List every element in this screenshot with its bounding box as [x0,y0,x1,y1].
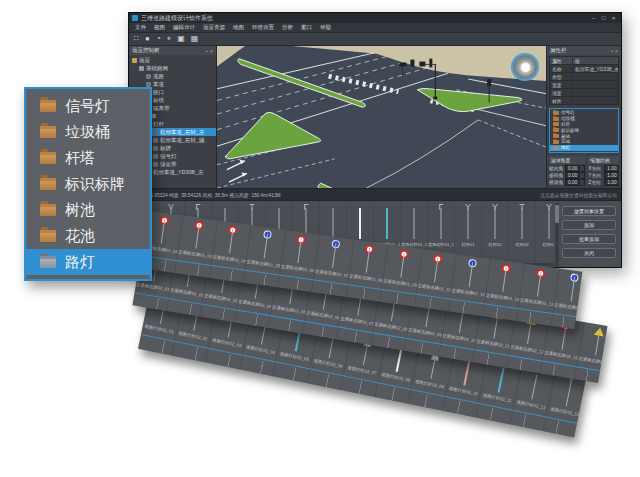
properties-title: 属性栏 [550,47,567,54]
menu-item[interactable]: 场景资源 [203,24,225,31]
window-title: 三维道路建模设计软件系统 [141,14,213,23]
folder-icon [553,140,559,144]
scale-row: X方向 1.00 [588,165,619,172]
maximize-button[interactable]: □ [599,13,608,23]
target-icon[interactable]: ⌖ [167,33,172,45]
menu-item[interactable]: 视图 [154,24,165,31]
menu-item[interactable]: 帮助 [320,24,331,31]
status-bar: 经度: 116.95324 纬度: 39.54126 高程: 36.5m 视点高… [129,188,621,200]
callout-category-label: 标识标牌 [65,175,125,194]
spinner[interactable] [581,172,585,179]
frame-icon[interactable]: ▣ [177,33,185,45]
asset-action-button[interactable]: 关闭 [562,248,616,258]
property-row[interactable]: 名称 机动车道_YD338_左 [550,64,618,72]
rotation-label: 俯仰角 [549,172,564,178]
property-row[interactable]: 宽度 [550,80,618,88]
callout-category-label: 杆塔 [65,149,95,168]
close-icon[interactable]: × [210,48,213,54]
property-row[interactable]: 类型 [550,72,618,80]
menu-item[interactable]: 文件 [135,24,146,31]
title-bar[interactable]: 三维道路建模设计软件系统 – □ × [129,13,621,23]
tree-row[interactable]: 场景 [129,56,216,64]
asset-icon [405,205,423,241]
folder-icon [40,230,56,242]
asset-icon [459,205,477,241]
property-row[interactable]: 坡度 [550,88,618,96]
transform-panel: 旋转角度 航向角 0.00 [549,156,619,187]
menu-item[interactable]: 分析 [282,24,293,31]
property-row[interactable]: 材质 [550,96,618,104]
asset-icon [185,220,209,252]
compass-widget[interactable] [511,53,539,81]
spinner[interactable] [581,165,585,172]
callout-category-row[interactable]: 标识标牌 [26,171,150,197]
menu-item[interactable]: 环境设置 [252,24,274,31]
category-row[interactable]: 路灯 [550,145,618,151]
rotation-value-input[interactable]: 0.00 [565,165,580,172]
tree-row[interactable]: 道路 [129,72,216,80]
scale-value-input[interactable]: 1.00 [604,165,619,172]
asset-actions: 放置对象设置添加批量添加关闭 [559,203,619,266]
folder-icon [553,128,559,132]
callout-category-label: 信号灯 [65,97,110,116]
building-icon[interactable]: ▦ [191,33,199,45]
scale-value-input[interactable]: 1.00 [604,179,619,186]
asset-icon [288,234,312,266]
scale-value-input[interactable]: 1.00 [604,172,619,179]
asset-icon [220,224,244,256]
close-icon[interactable]: × [615,48,618,54]
callout-category-row[interactable]: 杆塔 [26,145,150,171]
vertical-scrollbar[interactable] [555,203,559,266]
tree-node-label: 绿化带 [160,161,177,168]
asset-icon [540,205,554,241]
asset-label: 交通标志牌01_06 [280,264,314,274]
rotation-label: 横滚角 [549,179,564,185]
asset-icon [390,248,414,280]
clock-icon[interactable]: ◔ [156,33,161,45]
sphere-icon[interactable]: ● [145,33,150,45]
folder-icon [553,146,559,150]
tree-node-label: 机动车道_YD338_左 [153,169,203,176]
close-button[interactable]: × [609,13,618,23]
asset-label: 交通标志牌01_13 [520,297,554,307]
pin-icon[interactable]: ▪ [611,48,613,54]
callout-category-label: 路灯 [65,253,95,272]
scale-row: Y方向 1.00 [588,172,619,179]
callout-category-row[interactable]: 垃圾桶 [26,119,150,145]
scale-label: Z方向 [588,179,603,185]
layout-grid-icon[interactable]: ∷ [134,33,139,45]
category-label: 信号灯 [561,110,575,115]
callout-category-row[interactable]: 树池 [26,197,150,223]
asset-icon [254,229,278,261]
spinner[interactable] [581,179,585,186]
callout-category-row[interactable]: 路灯 [26,249,150,275]
main-content: 场景控制树 ▪× 场景 基础路网 [129,46,621,188]
asset-label: 交通标志牌01_03 [178,249,212,259]
tree-node-icon [153,154,158,159]
tree-node-label: 标线 [153,97,164,104]
minimize-button[interactable]: – [589,13,598,23]
asset-icon [586,326,608,359]
scale-label: Y方向 [588,172,603,178]
asset-action-button[interactable]: 放置对象设置 [562,206,616,216]
rotation-value-input[interactable]: 0.00 [565,172,580,179]
menu-item[interactable]: 编辑设计 [173,24,195,31]
pin-icon[interactable]: ▪ [206,48,208,54]
folder-icon [40,100,56,112]
rotation-row: 横滚角 0.00 [549,179,585,186]
callout-category-row[interactable]: 信号灯 [26,93,150,119]
menu-item[interactable]: 地图 [233,24,244,31]
asset-thumbnail[interactable]: 灯杆03 [509,203,536,266]
asset-icon [378,205,396,241]
menu-item[interactable]: 窗口 [301,24,312,31]
folder-icon [40,126,56,138]
viewport-3d[interactable] [217,46,546,188]
tree-row[interactable]: 基础路网 [129,64,216,72]
asset-action-button[interactable]: 添加 [562,220,616,230]
callout-category-row[interactable]: 花池 [26,223,150,249]
asset-action-button[interactable]: 批量添加 [562,234,616,244]
property-key: 名称 [550,66,573,72]
rotation-value-input[interactable]: 0.00 [565,179,580,186]
asset-thumbnail[interactable]: 灯杆04 [536,203,554,266]
asset-thumbnail[interactable]: 灯杆02 [482,203,509,266]
